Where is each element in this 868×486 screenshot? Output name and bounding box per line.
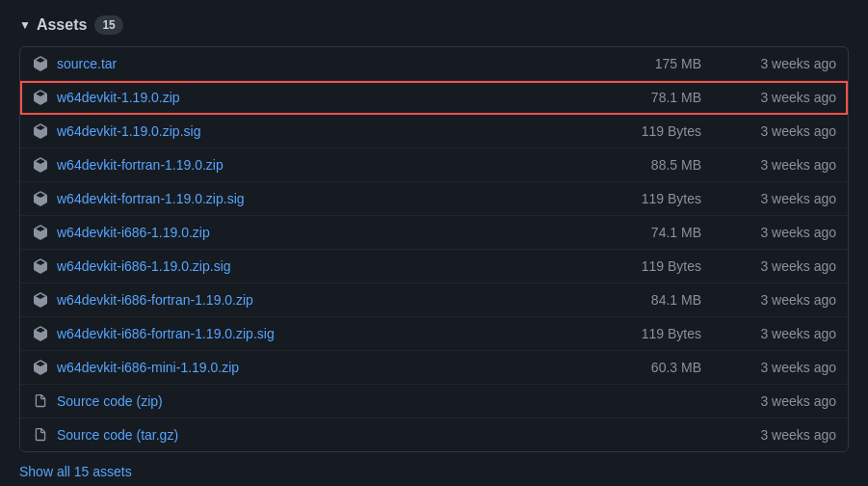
- asset-name-link[interactable]: w64devkit-fortran-1.19.0.zip.sig: [57, 191, 642, 206]
- assets-header: ▼ Assets 15: [19, 15, 849, 35]
- package-icon: [32, 89, 49, 106]
- asset-row: source.tar175 MB3 weeks ago: [20, 47, 848, 81]
- asset-size: 119 Bytes: [642, 123, 740, 139]
- asset-name-link[interactable]: w64devkit-i686-fortran-1.19.0.zip: [57, 292, 651, 308]
- asset-size: 84.1 MB: [651, 292, 740, 308]
- asset-name-link[interactable]: Source code (zip): [57, 393, 653, 409]
- asset-size: 78.1 MB: [651, 90, 740, 105]
- chevron-down-icon: ▼: [19, 18, 31, 32]
- asset-size: 119 Bytes: [642, 326, 740, 341]
- asset-time: 3 weeks ago: [740, 123, 836, 139]
- asset-time: 3 weeks ago: [740, 427, 836, 443]
- asset-name-link[interactable]: w64devkit-i686-1.19.0.zip.sig: [57, 258, 642, 274]
- package-icon: [32, 359, 49, 376]
- show-all-assets-link[interactable]: Show all 15 assets: [19, 464, 849, 479]
- asset-row: w64devkit-i686-mini-1.19.0.zip60.3 MB3 w…: [20, 351, 848, 385]
- asset-size: 88.5 MB: [651, 157, 740, 173]
- package-icon: [32, 55, 49, 72]
- assets-title: ▼ Assets: [19, 16, 87, 34]
- asset-name-link[interactable]: w64devkit-1.19.0.zip.sig: [57, 123, 642, 139]
- asset-size: 119 Bytes: [642, 258, 740, 274]
- asset-time: 3 weeks ago: [740, 393, 836, 409]
- asset-name-link[interactable]: w64devkit-1.19.0.zip: [57, 90, 651, 105]
- assets-title-text: Assets: [37, 16, 87, 34]
- asset-size: 119 Bytes: [642, 191, 740, 206]
- asset-time: 3 weeks ago: [740, 157, 836, 173]
- asset-size: 74.1 MB: [651, 225, 740, 240]
- package-icon: [32, 257, 49, 275]
- asset-name-link[interactable]: w64devkit-fortran-1.19.0.zip: [57, 157, 651, 173]
- asset-name-link[interactable]: w64devkit-i686-1.19.0.zip: [57, 225, 651, 240]
- asset-name-link[interactable]: w64devkit-i686-mini-1.19.0.zip: [57, 360, 651, 375]
- asset-row: w64devkit-i686-1.19.0.zip74.1 MB3 weeks …: [20, 216, 848, 250]
- package-icon: [32, 224, 49, 241]
- asset-name-link[interactable]: Source code (tar.gz): [57, 427, 653, 443]
- package-icon: [32, 291, 49, 309]
- package-icon: [32, 190, 49, 207]
- assets-section: ▼ Assets 15 source.tar175 MB3 weeks ago …: [0, 0, 868, 486]
- asset-time: 3 weeks ago: [740, 360, 836, 375]
- asset-name-link[interactable]: w64devkit-i686-fortran-1.19.0.zip.sig: [57, 326, 642, 341]
- assets-count-badge: 15: [94, 15, 122, 35]
- file-icon: [32, 426, 49, 444]
- asset-row: Source code (zip)3 weeks ago: [20, 385, 848, 418]
- asset-time: 3 weeks ago: [740, 258, 836, 274]
- asset-time: 3 weeks ago: [740, 191, 836, 206]
- asset-time: 3 weeks ago: [740, 326, 836, 341]
- asset-row: w64devkit-i686-fortran-1.19.0.zip84.1 MB…: [20, 284, 848, 317]
- package-icon: [32, 156, 49, 174]
- assets-list: source.tar175 MB3 weeks ago w64devkit-1.…: [19, 46, 849, 452]
- asset-row: w64devkit-i686-fortran-1.19.0.zip.sig119…: [20, 317, 848, 351]
- asset-row: w64devkit-1.19.0.zip78.1 MB3 weeks ago: [20, 81, 848, 115]
- asset-time: 3 weeks ago: [740, 90, 836, 105]
- asset-name-link[interactable]: source.tar: [57, 56, 653, 71]
- asset-size: 175 MB: [653, 56, 740, 71]
- package-icon: [32, 122, 49, 140]
- asset-size: 60.3 MB: [651, 360, 740, 375]
- asset-time: 3 weeks ago: [740, 225, 836, 240]
- package-icon: [32, 325, 49, 342]
- asset-row: w64devkit-fortran-1.19.0.zip.sig119 Byte…: [20, 182, 848, 216]
- asset-row: w64devkit-i686-1.19.0.zip.sig119 Bytes3 …: [20, 250, 848, 284]
- file-icon: [32, 392, 49, 410]
- asset-time: 3 weeks ago: [740, 292, 836, 308]
- asset-row: Source code (tar.gz)3 weeks ago: [20, 418, 848, 451]
- asset-time: 3 weeks ago: [740, 56, 836, 71]
- asset-row: w64devkit-1.19.0.zip.sig119 Bytes3 weeks…: [20, 115, 848, 148]
- asset-row: w64devkit-fortran-1.19.0.zip88.5 MB3 wee…: [20, 148, 848, 182]
